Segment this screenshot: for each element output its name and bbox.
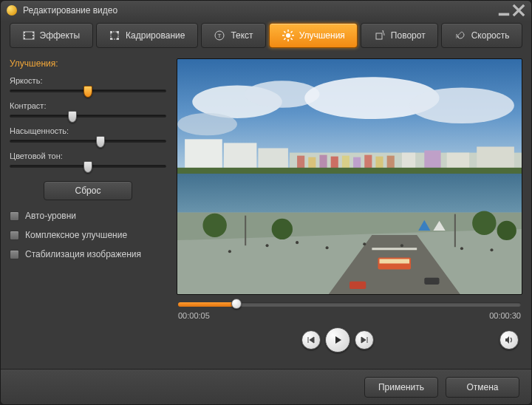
reset-button[interactable]: Сброс [44,181,132,200]
svg-point-68 [296,241,299,244]
svg-rect-5 [33,32,34,33]
cancel-button[interactable]: Отмена [446,377,519,398]
svg-rect-62 [424,278,439,285]
tab-label: Эффекты [40,30,81,41]
svg-point-73 [228,250,231,253]
brightness-label: Яркость: [10,76,166,85]
content-area: Улучшения: Яркость: Контраст: Насыщеннос… [1,54,531,369]
window-title: Редактирование видео [23,5,496,16]
svg-point-15 [286,33,290,38]
svg-point-71 [400,244,403,247]
hue-slider-group: Цветовой тон: [10,152,166,168]
rotate-icon [374,30,386,41]
svg-point-70 [363,242,366,245]
svg-point-25 [457,36,459,38]
crop-icon [109,30,120,41]
minimize-button[interactable] [497,4,511,17]
hue-slider[interactable] [10,165,166,168]
svg-rect-6 [33,35,34,36]
play-button[interactable] [325,327,350,353]
tab-effects[interactable]: Эффекты [10,23,93,48]
svg-rect-54 [372,248,417,250]
svg-point-72 [460,247,463,250]
svg-rect-65 [245,216,246,246]
auto-levels-label: Авто-уровни [25,211,76,221]
svg-rect-4 [24,38,25,39]
close-button[interactable] [512,4,525,17]
svg-rect-9 [110,31,112,33]
svg-rect-3 [24,35,25,36]
contrast-thumb[interactable] [68,111,77,123]
svg-rect-7 [33,38,34,39]
svg-rect-0 [499,13,509,16]
tab-speed[interactable]: Скорость [441,23,522,48]
complex-enhance-checkbox[interactable] [10,231,19,240]
svg-line-22 [284,38,285,40]
svg-rect-32 [177,169,522,214]
hue-label: Цветовой тон: [10,152,166,160]
tab-bar: Эффекты Кадрирование T Текст Улучшения П… [1,20,531,54]
titlebar: Редактирование видео [1,1,531,20]
seek-progress [178,302,236,307]
app-icon [7,5,17,16]
hue-thumb[interactable] [83,161,92,173]
complex-enhance-label: Комплексное улучшение [25,230,127,240]
svg-rect-49 [477,146,514,170]
tab-label: Кадрирование [126,30,185,41]
prev-frame-button[interactable] [301,330,321,350]
enhance-icon [282,30,294,41]
adjustments-panel: Улучшения: Яркость: Контраст: Насыщеннос… [10,58,166,363]
tab-label: Текст [231,30,253,41]
auto-levels-checkbox-row[interactable]: Авто-уровни [10,211,166,221]
seek-bar[interactable] [178,302,521,307]
text-icon: T [214,30,225,41]
tab-enhance[interactable]: Улучшения [269,23,358,48]
svg-point-58 [497,221,516,240]
filmstrip-icon [23,30,35,41]
tab-label: Поворот [391,30,426,41]
contrast-label: Контраст: [10,101,166,110]
saturation-slider[interactable] [10,140,166,143]
stabilize-checkbox-row[interactable]: Стабилизация изображения [10,249,166,259]
svg-rect-61 [349,282,366,289]
svg-rect-47 [424,151,440,171]
svg-point-56 [272,219,293,239]
time-current: 00:00:05 [178,311,210,320]
timeline-area: 00:00:05 00:00:30 [177,295,522,353]
svg-rect-60 [380,259,410,263]
saturation-label: Насыщенность: [10,126,166,135]
svg-rect-33 [185,139,222,171]
svg-rect-1 [24,32,34,39]
video-edit-window: Редактирование видео Эффекты Кадрировани… [0,0,532,405]
svg-line-21 [290,38,292,40]
stabilize-checkbox[interactable] [10,250,19,259]
tab-rotate[interactable]: Поворот [361,23,438,48]
svg-point-30 [409,87,514,123]
svg-rect-10 [117,31,119,33]
svg-rect-35 [258,149,288,171]
svg-rect-66 [454,214,456,248]
svg-point-57 [472,211,496,235]
svg-rect-34 [224,143,257,170]
tab-label: Улучшения [299,30,345,41]
svg-rect-50 [177,168,522,174]
footer: Применить Отмена [1,369,531,404]
next-frame-button[interactable] [355,330,374,350]
brightness-thumb[interactable] [83,86,92,98]
tab-crop[interactable]: Кадрирование [96,23,198,48]
tab-text[interactable]: T Текст [201,23,266,48]
svg-point-55 [202,214,226,237]
saturation-thumb[interactable] [96,136,105,148]
contrast-slider[interactable] [10,115,166,118]
brightness-slider[interactable] [10,89,166,92]
volume-button[interactable] [499,330,519,350]
seek-thumb[interactable] [231,299,242,309]
apply-button[interactable]: Применить [364,377,438,398]
svg-point-74 [490,248,493,251]
complex-enhance-checkbox-row[interactable]: Комплексное улучшение [10,230,166,240]
time-total: 00:00:30 [489,311,521,320]
transport-controls [178,327,521,353]
video-preview [177,58,522,295]
auto-levels-checkbox[interactable] [10,211,19,221]
brightness-slider-group: Яркость: [10,76,166,92]
